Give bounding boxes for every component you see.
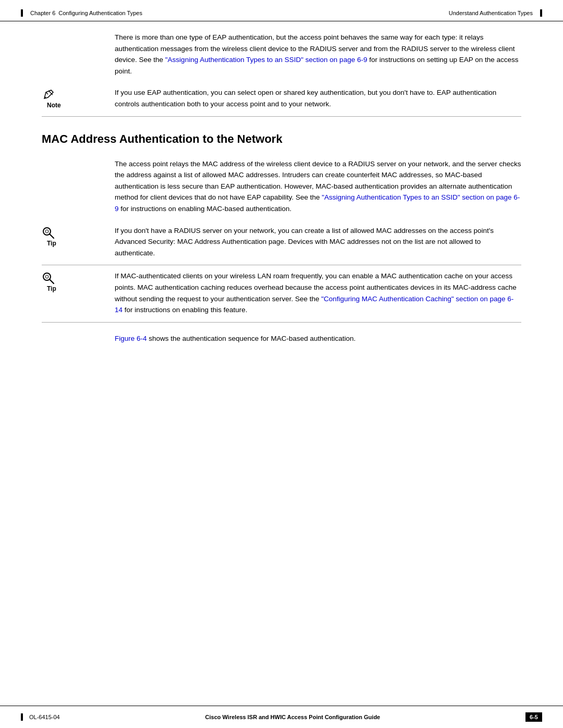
mac-text-after: for instructions on enabling MAC-based a…	[119, 205, 292, 213]
page-container: Chapter 6 Configuring Authentication Typ…	[0, 0, 563, 728]
tip1-text: If you don't have a RADIUS server on you…	[115, 225, 521, 259]
footer-ol-number: OL-6415-04	[29, 714, 60, 720]
intro-paragraph: There is more than one type of EAP authe…	[115, 32, 521, 77]
tip1-label: Tip	[47, 240, 56, 247]
svg-line-2	[50, 234, 54, 238]
tip1-block: Tip If you don't have a RADIUS server on…	[42, 225, 521, 266]
content-area: There is more than one type of EAP authe…	[0, 21, 563, 365]
intro-link[interactable]: "Assigning Authentication Types to an SS…	[165, 56, 368, 64]
figure-ref-link[interactable]: Figure 6-4	[115, 335, 147, 342]
figure-ref-text: shows the authentication sequence for MA…	[147, 335, 356, 342]
header-bar-right-icon	[540, 9, 542, 17]
tip2-icon-area: Tip	[42, 270, 115, 292]
footer-center: Cisco Wireless ISR and HWIC Access Point…	[205, 714, 381, 720]
mac-paragraph: The access point relays the MAC address …	[115, 158, 521, 215]
section-heading: MAC Address Authentication to the Networ…	[42, 132, 521, 148]
tip1-icon	[42, 226, 55, 240]
figure-ref-paragraph: Figure 6-4 shows the authentication sequ…	[115, 333, 521, 344]
header-left: Chapter 6 Configuring Authentication Typ…	[21, 9, 142, 17]
page-number: 6-5	[525, 712, 542, 722]
note-icon-area: Note	[42, 87, 115, 109]
svg-line-5	[50, 279, 54, 283]
tip2-icon	[42, 272, 55, 285]
note-icon	[42, 88, 55, 102]
header-chapter-title: Configuring Authentication Types	[58, 10, 142, 16]
note-text: If you use EAP authentication, you can s…	[115, 87, 521, 109]
tip2-block: Tip If MAC-authenticated clients on your…	[42, 270, 521, 322]
tip2-label: Tip	[47, 285, 56, 292]
header-bar-left-icon	[21, 9, 23, 17]
page-footer: OL-6415-04 Cisco Wireless ISR and HWIC A…	[0, 706, 563, 728]
tip2-text: If MAC-authenticated clients on your wir…	[115, 270, 521, 315]
header-chapter-label: Chapter 6	[30, 10, 55, 16]
header-right-title: Understand Authentication Types	[449, 10, 533, 16]
tip2-text-after: for instructions on enabling this featur…	[123, 306, 247, 314]
footer-bar-left-icon	[21, 713, 23, 721]
footer-right: 6-5	[525, 712, 542, 722]
svg-point-3	[45, 230, 48, 233]
note-label: Note	[47, 102, 61, 109]
page-header: Chapter 6 Configuring Authentication Typ…	[0, 0, 563, 21]
note-block: Note If you use EAP authentication, you …	[42, 87, 521, 116]
tip1-icon-area: Tip	[42, 225, 115, 247]
footer-guide-title: Cisco Wireless ISR and HWIC Access Point…	[205, 714, 381, 720]
svg-point-6	[45, 275, 48, 278]
header-right: Understand Authentication Types	[449, 9, 542, 17]
footer-left: OL-6415-04	[21, 713, 60, 721]
